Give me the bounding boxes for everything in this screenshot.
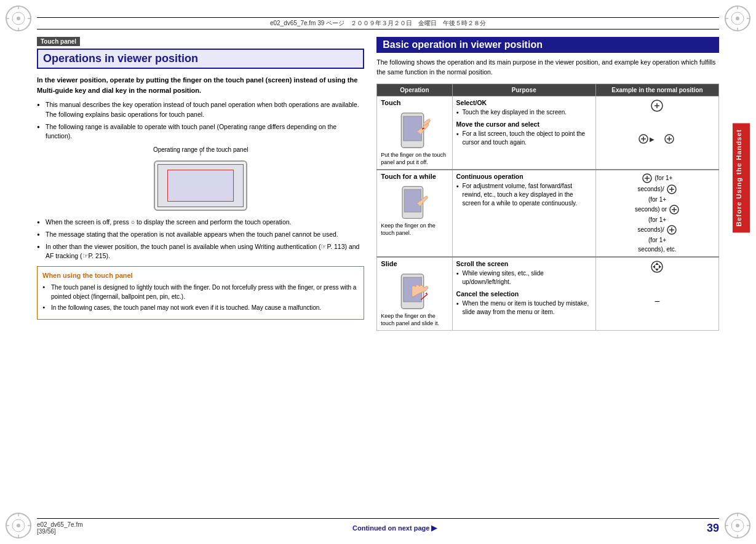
intro-bullet-2: The following range is available to oper… (37, 122, 364, 142)
diagram-label: Operating range of the touch panel (37, 146, 364, 153)
touch-while-purpose-title: Continuous operation (456, 173, 592, 180)
touch-example-1 (600, 99, 715, 114)
screen-bullet-list: When the screen is off, press ○ to displ… (37, 218, 364, 261)
continued-arrow-icon: ▶ (431, 524, 437, 532)
touch-purpose-bullet-2: For a list screen, touch the object to p… (456, 130, 592, 147)
touch-purpose-title-2: Move the cursor and select (456, 120, 592, 128)
slide-hand-icon (393, 270, 436, 310)
touch-while-purpose-bullet: For adjustment volume, fast forward/fast… (456, 182, 592, 208)
warning-list: The touch panel is designed to lightly t… (42, 283, 359, 312)
file-metadata: e02_dv65_7e.fm 39 ページ ２００９年３月２０日 金曜日 午後５… (270, 19, 486, 28)
touch-op-cell: Touch Put the finger on the t (377, 96, 452, 170)
device-screen (157, 164, 244, 207)
touch-while-purpose-cell: Continuous operation For adjustment volu… (452, 170, 595, 257)
touch-while-hand-icon (393, 183, 436, 219)
table-row-touch-while: Touch for a while Keep the finger on the… (377, 170, 719, 257)
touch-while-example-text: (for 1+ seconds)/ (for 1+ seconds) or (600, 173, 715, 254)
svg-point-2 (17, 17, 20, 20)
svg-rect-41 (404, 189, 421, 212)
table-row-touch: Touch Put the finger on the t (377, 96, 719, 170)
touch-panel-label: Touch panel (37, 37, 80, 46)
svg-text:▶: ▶ (650, 136, 655, 143)
touch-while-op-name: Touch for a while (381, 173, 448, 180)
slide-purpose-title-1: Scroll the screen (456, 260, 592, 267)
table-header-example: Example in the normal position (595, 84, 718, 96)
device-diagram (154, 160, 247, 211)
touch-while-op-cell: Touch for a while Keep the finger on the… (377, 170, 452, 257)
touch-example-2: ▶ (600, 132, 715, 147)
operation-table: Operation Purpose Example in the normal … (376, 84, 719, 331)
screen-bullet-3: In other than the viewer position, the t… (37, 242, 364, 262)
table-row-slide: Slide Keep the finger on the touch panel… (377, 257, 719, 331)
circle-2-icon (666, 184, 677, 195)
bottom-bar: e02_dv65_7e.fm [39/56] Continued on next… (37, 518, 719, 535)
table-header-operation: Operation (377, 84, 452, 96)
svg-point-9 (736, 17, 739, 20)
screen-bullet-1: When the screen is off, press ○ to displ… (37, 218, 364, 227)
table-header-purpose: Purpose (452, 84, 595, 96)
circle-3-icon (669, 204, 680, 215)
circle-plus-icon (650, 99, 664, 112)
circle-1-icon (642, 173, 653, 184)
warning-title: When using the touch panel (42, 272, 359, 279)
corner-decoration-tl (3, 3, 34, 34)
circle-arrow-circle-icon: ▶ (639, 132, 675, 146)
top-metadata-bar: e02_dv65_7e.fm 39 ページ ２００９年３月２０日 金曜日 午後５… (37, 17, 719, 30)
corner-decoration-bl (3, 510, 34, 541)
page-number: 39 (707, 522, 719, 535)
svg-marker-58 (655, 269, 659, 271)
slide-example-cell: – (595, 257, 718, 331)
warning-bullet-2: In the following cases, the touch panel … (42, 303, 359, 312)
intro-bullet-1: This manual describes the key operation … (37, 100, 364, 120)
continued-label: Continued on next page (352, 524, 429, 532)
screen-bullet-2: The message stating that the operation i… (37, 230, 364, 240)
slide-op-name: Slide (381, 260, 448, 267)
bottom-filename: e02_dv65_7e.fm (37, 521, 83, 528)
screen-highlight (167, 170, 234, 202)
slide-example-2: – (600, 296, 715, 306)
bottom-file-info: e02_dv65_7e.fm [39/56] (37, 521, 83, 535)
intro-bullet-list: This manual describes the key operation … (37, 100, 364, 141)
scroll-icon (650, 260, 664, 274)
touch-example-cell: ▶ (595, 96, 718, 170)
circle-4-icon (666, 224, 677, 235)
right-section-title: Basic operation in viewer position (376, 37, 719, 53)
slide-purpose-bullet-1: While viewing sites, etc., slide up/down… (456, 269, 592, 286)
svg-rect-29 (404, 116, 421, 141)
continued-text: Continued on next page ▶ (352, 524, 437, 532)
touch-op-name: Touch (381, 99, 448, 106)
slide-example-1 (600, 260, 715, 275)
chapter-sidebar: Before Using the Handset (733, 123, 750, 232)
svg-point-16 (17, 524, 20, 527)
warning-box: When using the touch panel The touch pan… (37, 266, 364, 320)
touch-while-op-sub: Keep the finger on the touch panel. (381, 222, 448, 237)
touch-purpose-title-1: Select/OK (456, 99, 592, 106)
corner-decoration-br (722, 510, 753, 541)
diagram-container: Operating range of the touch panel (37, 146, 364, 213)
slide-purpose-title-2: Cancel the selection (456, 290, 592, 298)
slide-op-cell: Slide Keep the finger on the touch panel… (377, 257, 452, 331)
sidebar-text: Before Using the Handset (735, 129, 742, 226)
touch-purpose-cell: Select/OK Touch the key displayed in the… (452, 96, 595, 170)
right-intro-text: The following shows the operation and it… (376, 58, 719, 77)
slide-purpose-bullet-2: When the menu or item is touched by mist… (456, 299, 592, 317)
right-column: Basic operation in viewer position The f… (376, 37, 719, 513)
svg-marker-60 (659, 265, 661, 269)
bottom-pageid: [39/56] (37, 528, 56, 535)
slide-purpose-cell: Scroll the screen While viewing sites, e… (452, 257, 595, 331)
touch-purpose-bullet-1: Touch the key displayed in the screen. (456, 108, 592, 117)
svg-marker-57 (655, 262, 659, 265)
left-section-title: Operations in viewer position (37, 49, 364, 69)
touch-while-example-cell: (for 1+ seconds)/ (for 1+ seconds) or (595, 170, 718, 257)
touch-hand-icon (393, 109, 436, 149)
svg-marker-59 (653, 265, 655, 269)
svg-point-23 (736, 524, 739, 527)
main-content: Touch panel Operations in viewer positio… (37, 37, 719, 513)
intro-bold-text: In the viewer position, operate by putti… (37, 75, 364, 95)
touch-op-sub: Put the finger on the touch panel and pu… (381, 151, 448, 167)
warning-bullet-1: The touch panel is designed to lightly t… (42, 283, 359, 301)
left-column: Touch panel Operations in viewer positio… (37, 37, 364, 513)
slide-op-sub: Keep the finger on the touch panel and s… (381, 312, 448, 328)
corner-decoration-tr (722, 3, 753, 34)
